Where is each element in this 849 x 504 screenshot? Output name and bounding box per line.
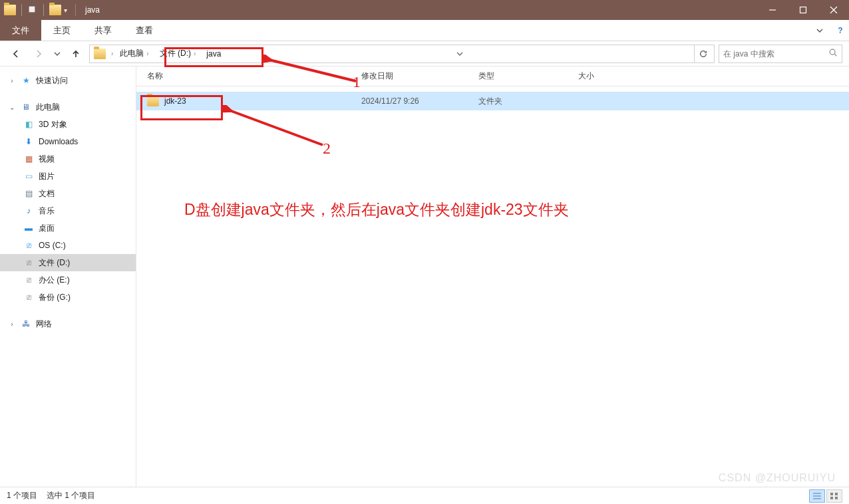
address-bar[interactable]: › 此电脑› 文件 (D:)› java xyxy=(89,45,715,63)
sidebar-network[interactable]: ›🖧网络 xyxy=(0,315,136,332)
expand-ribbon-button[interactable] xyxy=(808,20,832,41)
download-icon: ⬇ xyxy=(23,136,35,148)
column-size[interactable]: 大小 xyxy=(578,70,658,82)
svg-rect-2 xyxy=(800,7,806,13)
breadcrumb-drive[interactable]: 文件 (D:)› xyxy=(156,45,203,63)
desktop-icon: ▬ xyxy=(23,222,35,234)
search-input[interactable] xyxy=(723,49,828,59)
close-button[interactable] xyxy=(818,0,849,20)
drive-icon: ⎚ xyxy=(23,291,35,303)
tab-share[interactable]: 共享 xyxy=(83,20,124,41)
cube-icon: ◧ xyxy=(23,118,35,130)
sidebar-drive-g[interactable]: ⎚备份 (G:) xyxy=(0,289,136,306)
navigation-pane: ›★快速访问 ⌄🖥此电脑 ◧3D 对象 ⬇Downloads ▦视频 ▭图片 ▤… xyxy=(0,66,136,487)
recent-locations-button[interactable] xyxy=(52,45,63,63)
sidebar-quick-access[interactable]: ›★快速访问 xyxy=(0,72,136,89)
sidebar-documents[interactable]: ▤文档 xyxy=(0,185,136,202)
maximize-button[interactable] xyxy=(788,0,818,20)
sidebar-drive-e[interactable]: ⎚办公 (E:) xyxy=(0,271,136,289)
help-button[interactable]: ? xyxy=(832,20,849,41)
file-date: 2024/11/27 9:26 xyxy=(361,96,478,106)
column-name[interactable]: 名称 xyxy=(142,70,361,82)
drive-icon: ⎚ xyxy=(23,239,35,251)
breadcrumb-root[interactable]: 此电脑› xyxy=(116,45,155,63)
document-icon: ▤ xyxy=(23,188,35,199)
forward-button[interactable] xyxy=(29,45,48,63)
network-icon: 🖧 xyxy=(20,318,32,330)
music-icon: ♪ xyxy=(23,205,35,217)
status-bar: 1 个项目 选中 1 个项目 xyxy=(0,487,849,504)
icons-view-button[interactable] xyxy=(826,489,842,503)
sidebar-3d-objects[interactable]: ◧3D 对象 xyxy=(0,116,136,133)
quick-access-toolbar: ▾ xyxy=(0,4,71,16)
star-icon: ★ xyxy=(20,74,32,86)
svg-line-6 xyxy=(834,54,836,56)
folder-icon xyxy=(147,96,159,106)
details-view-button[interactable] xyxy=(809,489,825,503)
tab-file[interactable]: 文件 xyxy=(0,20,41,41)
ribbon: 文件 主页 共享 查看 ? xyxy=(0,20,849,41)
chevron-down-icon[interactable]: ▾ xyxy=(64,7,67,14)
address-dropdown-button[interactable] xyxy=(451,45,468,63)
video-icon: ▦ xyxy=(23,153,35,165)
folder-icon xyxy=(94,49,106,59)
annotation-text: D盘创建java文件夹，然后在java文件夹创建jdk-23文件夹 xyxy=(184,199,569,220)
folder-icon xyxy=(4,5,16,15)
sidebar-pictures[interactable]: ▭图片 xyxy=(0,168,136,185)
drive-icon: ⎚ xyxy=(23,274,35,286)
back-button[interactable] xyxy=(7,45,25,63)
sidebar-videos[interactable]: ▦视频 xyxy=(0,150,136,168)
navigation-bar: › 此电脑› 文件 (D:)› java xyxy=(0,41,849,66)
search-icon[interactable] xyxy=(828,48,838,59)
file-name: jdk-23 xyxy=(164,96,186,106)
tab-view[interactable]: 查看 xyxy=(124,20,165,41)
sidebar-desktop[interactable]: ▬桌面 xyxy=(0,219,136,237)
status-selection: 选中 1 个项目 xyxy=(47,490,95,501)
drive-icon: ⎚ xyxy=(23,257,35,269)
column-headers: 名称 修改日期 类型 大小 xyxy=(136,66,849,86)
svg-rect-10 xyxy=(830,493,833,495)
svg-rect-12 xyxy=(830,497,833,499)
window-title: java xyxy=(85,5,100,15)
svg-point-5 xyxy=(830,49,835,55)
file-list: 名称 修改日期 类型 大小 jdk-23 2024/11/27 9:26 文件夹… xyxy=(136,66,849,487)
tab-home[interactable]: 主页 xyxy=(41,20,83,41)
status-item-count: 1 个项目 xyxy=(7,490,37,501)
sidebar-music[interactable]: ♪音乐 xyxy=(0,202,136,219)
column-date[interactable]: 修改日期 xyxy=(361,70,478,82)
file-row[interactable]: jdk-23 2024/11/27 9:26 文件夹 xyxy=(136,92,849,110)
column-type[interactable]: 类型 xyxy=(478,70,578,82)
minimize-button[interactable] xyxy=(757,0,788,20)
breadcrumb-folder[interactable]: java xyxy=(202,45,225,63)
sidebar-drive-d[interactable]: ⎚文件 (D:) xyxy=(0,254,136,271)
svg-rect-11 xyxy=(835,493,838,495)
title-bar: ▾ java xyxy=(0,0,849,20)
svg-rect-0 xyxy=(29,7,35,13)
image-icon: ▭ xyxy=(23,170,35,182)
pc-icon: 🖥 xyxy=(20,101,32,113)
pin-icon[interactable] xyxy=(27,5,38,15)
folder-icon xyxy=(49,5,61,15)
up-button[interactable] xyxy=(67,45,85,63)
svg-rect-13 xyxy=(835,497,838,499)
file-type: 文件夹 xyxy=(478,96,578,107)
sidebar-drive-c[interactable]: ⎚OS (C:) xyxy=(0,237,136,254)
search-box[interactable] xyxy=(719,45,842,63)
refresh-button[interactable] xyxy=(694,45,711,63)
sidebar-downloads[interactable]: ⬇Downloads xyxy=(0,133,136,150)
sidebar-this-pc[interactable]: ⌄🖥此电脑 xyxy=(0,98,136,116)
